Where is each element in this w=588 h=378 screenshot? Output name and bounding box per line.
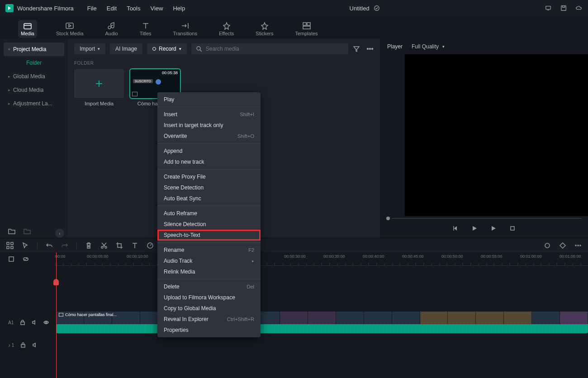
timeline[interactable]: 00:00 00:00:05:00 00:00:10:00 00:00:30:0… bbox=[0, 252, 588, 378]
svg-marker-5 bbox=[69, 24, 71, 27]
delete-folder-icon[interactable] bbox=[24, 228, 31, 234]
grid-icon[interactable] bbox=[6, 242, 14, 249]
menu-view[interactable]: View bbox=[150, 5, 163, 12]
tab-titles[interactable]: Titles bbox=[137, 20, 154, 38]
sidebar-folder[interactable]: Folder bbox=[4, 56, 64, 70]
audio-track[interactable]: ♪ 1 bbox=[0, 334, 588, 356]
video-clip[interactable]: Cómo hacer pantallas final... bbox=[56, 312, 588, 333]
thumb-tag: SUSCRITO bbox=[133, 79, 153, 83]
import-button[interactable]: Import▾ bbox=[74, 43, 105, 54]
stop-icon[interactable] bbox=[509, 225, 516, 232]
ctx-reveal[interactable]: Reveal In ExplorerCtrl+Shift+R bbox=[157, 314, 261, 325]
svg-rect-1 bbox=[546, 6, 551, 9]
save-icon[interactable] bbox=[560, 5, 567, 11]
keyframe-icon[interactable] bbox=[559, 242, 566, 249]
collapse-sidebar-icon[interactable]: ‹ bbox=[55, 229, 64, 238]
redo-icon[interactable] bbox=[61, 242, 68, 249]
cursor-icon[interactable] bbox=[22, 242, 29, 249]
cloud-icon[interactable] bbox=[575, 5, 583, 11]
tab-stock-media[interactable]: Stock Media bbox=[53, 20, 86, 38]
ctx-relink[interactable]: Relink Media bbox=[157, 266, 261, 277]
ctx-audio-track[interactable]: Audio Track▸ bbox=[157, 255, 261, 266]
svg-point-24 bbox=[578, 245, 579, 246]
ctx-reframe[interactable]: Auto Reframe bbox=[157, 208, 261, 219]
svg-point-22 bbox=[545, 243, 550, 248]
sidebar-global-media[interactable]: ▸Global Media bbox=[4, 70, 64, 83]
ctx-delete[interactable]: DeleteDel bbox=[157, 281, 261, 292]
timeline-toolbar bbox=[0, 238, 588, 252]
ctx-insert[interactable]: InsertShift+I bbox=[157, 109, 261, 120]
marker-icon[interactable] bbox=[544, 242, 551, 249]
ctx-beat[interactable]: Auto Beat Sync bbox=[157, 193, 261, 204]
cut-icon[interactable] bbox=[100, 242, 108, 249]
ctx-append[interactable]: Append bbox=[157, 146, 261, 156]
folder-heading: FOLDER bbox=[74, 61, 374, 66]
ctx-upload[interactable]: Upload to Filmora Workspace bbox=[157, 292, 261, 303]
visibility-icon[interactable] bbox=[43, 320, 49, 325]
quality-dropdown[interactable]: Full Quality▾ bbox=[412, 43, 445, 50]
menu-help[interactable]: Help bbox=[173, 5, 185, 12]
player-scrubber[interactable] bbox=[380, 216, 588, 221]
menu-tools[interactable]: Tools bbox=[127, 5, 140, 12]
tab-audio[interactable]: Audio bbox=[103, 20, 121, 38]
tab-stickers[interactable]: Stickers bbox=[253, 20, 276, 38]
video-track[interactable]: A1 Cómo hacer pantallas final... bbox=[0, 311, 588, 334]
record-button[interactable]: Record▾ bbox=[147, 43, 187, 54]
undo-icon[interactable] bbox=[46, 242, 53, 249]
crop-icon[interactable] bbox=[116, 242, 123, 249]
ctx-proxy[interactable]: Create Proxy File bbox=[157, 171, 261, 182]
svg-rect-4 bbox=[66, 23, 73, 28]
ctx-speech-to-text[interactable]: Speech-to-Text bbox=[157, 230, 261, 241]
svg-rect-16 bbox=[7, 246, 9, 249]
ctx-add-track[interactable]: Add to new track bbox=[157, 156, 261, 167]
ctx-overwrite[interactable]: OverwriteShift+O bbox=[157, 131, 261, 142]
preview-canvas[interactable] bbox=[405, 54, 588, 216]
svg-rect-27 bbox=[21, 322, 24, 325]
menu-edit[interactable]: Edit bbox=[107, 5, 117, 12]
ctx-silence[interactable]: Silence Detection bbox=[157, 219, 261, 230]
tab-transitions[interactable]: Transitions bbox=[171, 20, 200, 38]
mute-icon[interactable] bbox=[32, 342, 38, 348]
tab-templates[interactable]: Templates bbox=[292, 20, 320, 38]
playhead[interactable] bbox=[56, 252, 57, 378]
svg-point-12 bbox=[372, 48, 373, 50]
ctx-scene[interactable]: Scene Detection bbox=[157, 182, 261, 193]
prev-frame-icon[interactable] bbox=[452, 225, 459, 232]
more-tl-icon[interactable] bbox=[574, 242, 582, 249]
time-ruler[interactable]: 00:00 00:00:05:00 00:00:10:00 00:00:30:0… bbox=[55, 252, 588, 266]
ctx-copy-global[interactable]: Copy to Global Media bbox=[157, 303, 261, 314]
lock-icon[interactable] bbox=[20, 320, 25, 325]
ctx-play[interactable]: Play bbox=[157, 94, 261, 105]
mute-icon[interactable] bbox=[32, 320, 37, 325]
import-media-tile[interactable]: + Import Media bbox=[74, 69, 124, 106]
more-icon[interactable] bbox=[366, 45, 374, 52]
link-icon[interactable] bbox=[23, 256, 29, 262]
main-menu: File Edit Tools View Help bbox=[87, 5, 185, 12]
timeline-option-icon[interactable] bbox=[8, 256, 14, 262]
menu-file[interactable]: File bbox=[87, 5, 97, 12]
svg-rect-17 bbox=[11, 246, 13, 249]
filter-icon[interactable] bbox=[353, 45, 360, 52]
ctx-properties[interactable]: Properties bbox=[157, 325, 261, 335]
tab-media[interactable]: Media bbox=[18, 20, 37, 38]
ai-image-button[interactable]: AI Image bbox=[110, 43, 142, 54]
lock-icon[interactable] bbox=[20, 342, 26, 348]
display-icon[interactable] bbox=[545, 5, 552, 11]
play-pause-icon[interactable] bbox=[471, 225, 478, 232]
track-label: A1 bbox=[8, 320, 14, 325]
search-input[interactable] bbox=[206, 46, 344, 52]
tab-effects[interactable]: Effects bbox=[216, 20, 237, 38]
delete-icon[interactable] bbox=[85, 242, 92, 249]
sidebar-cloud-media[interactable]: ▸Cloud Media bbox=[4, 83, 64, 97]
plus-icon: + bbox=[95, 76, 103, 91]
new-folder-icon[interactable] bbox=[8, 228, 15, 234]
text-icon[interactable] bbox=[131, 242, 138, 249]
search-media[interactable] bbox=[191, 43, 348, 54]
play-icon[interactable] bbox=[490, 225, 497, 232]
sidebar-project-media[interactable]: ▾Project Media bbox=[4, 43, 64, 56]
ctx-rename[interactable]: RenameF2 bbox=[157, 245, 261, 255]
sidebar-adjustment-layer[interactable]: ▸Adjustment La... bbox=[4, 97, 64, 110]
svg-point-19 bbox=[105, 246, 107, 248]
speed-icon[interactable] bbox=[147, 242, 154, 249]
ctx-insert-target[interactable]: Insert in target track only bbox=[157, 120, 261, 131]
